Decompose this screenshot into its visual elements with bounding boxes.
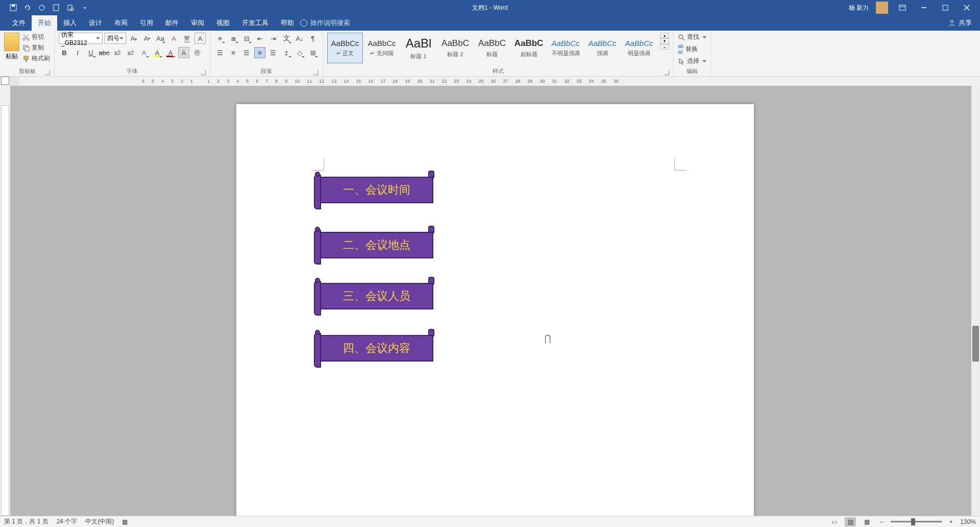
language-indicator[interactable]: 中文(中国) — [85, 517, 114, 526]
tab-file[interactable]: 文件 — [6, 15, 32, 31]
text-effects-button[interactable]: A — [138, 47, 150, 58]
tab-mailings[interactable]: 邮件 — [159, 15, 185, 31]
numbering-button[interactable]: ≣ — [228, 33, 239, 44]
align-left-button[interactable]: ☰ — [214, 47, 226, 58]
scroll-shape[interactable]: 三、会议人员 — [314, 277, 434, 316]
bold-button[interactable]: B — [59, 47, 70, 58]
enclose-characters-button[interactable]: ㊕ — [191, 47, 203, 58]
scroll-shape[interactable]: 二、会议地点 — [314, 226, 434, 265]
vertical-scrollbar[interactable] — [971, 86, 980, 516]
cut-button[interactable]: 剪切 — [22, 33, 50, 41]
styles-expand-icon[interactable]: ⌄ — [660, 44, 669, 50]
tab-view[interactable]: 视图 — [210, 15, 236, 31]
style-item[interactable]: AaBbCc强调 — [584, 33, 620, 63]
styles-scroll-up-icon[interactable]: ▴ — [660, 33, 669, 38]
format-painter-button[interactable]: 格式刷 — [22, 54, 50, 63]
redo-icon[interactable] — [38, 4, 46, 12]
paste-button[interactable]: 粘贴 — [6, 52, 18, 61]
character-shading-button[interactable]: A — [178, 47, 189, 58]
select-button[interactable]: 选择 — [678, 57, 706, 65]
undo-icon[interactable] — [23, 4, 32, 12]
qat-customize-icon[interactable]: ▾ — [81, 4, 89, 12]
zoom-out-button[interactable]: − — [877, 518, 886, 526]
style-item[interactable]: AaBl标题 1 — [401, 33, 436, 63]
clipboard-launcher-icon[interactable] — [45, 70, 50, 75]
underline-button[interactable]: U — [85, 47, 96, 58]
style-item[interactable]: AaBbCc↵ 无间隔 — [364, 33, 400, 63]
borders-button[interactable]: ⊞ — [307, 47, 318, 58]
superscript-button[interactable]: x2 — [125, 47, 136, 58]
find-button[interactable]: 查找 — [678, 33, 706, 41]
ruler-vertical[interactable] — [0, 86, 10, 516]
align-center-button[interactable]: ≡ — [228, 47, 239, 58]
character-border-button[interactable]: A — [194, 33, 206, 44]
show-marks-button[interactable]: ¶ — [307, 33, 318, 44]
zoom-slider[interactable] — [891, 521, 942, 522]
maximize-icon[interactable] — [938, 3, 952, 13]
scroll-shape[interactable]: 一、会议时间 — [314, 171, 434, 209]
tab-developer[interactable]: 开发工具 — [236, 15, 275, 31]
font-name-select[interactable]: 仿宋_GB2312 — [59, 33, 103, 44]
print-layout-icon[interactable]: ▤ — [845, 517, 856, 526]
tab-design[interactable]: 设计 — [83, 15, 108, 31]
scrollbar-thumb[interactable] — [972, 326, 979, 362]
copy-button[interactable]: 复制 — [22, 43, 50, 52]
sort-button[interactable]: A↓ — [294, 33, 305, 44]
tab-layout[interactable]: 布局 — [108, 15, 134, 31]
paragraph-launcher-icon[interactable] — [313, 70, 318, 75]
styles-scroll-down-icon[interactable]: ▾ — [660, 38, 669, 44]
tab-insert[interactable]: 插入 — [57, 15, 83, 31]
line-spacing-button[interactable]: ‡ — [281, 47, 292, 58]
page[interactable]: 一、会议时间 二、会议地点 三、会议人员 四、会议内容 — [236, 104, 754, 516]
macro-recording-icon[interactable]: ▦ — [122, 518, 128, 525]
align-justify-button[interactable]: ≡ — [254, 47, 265, 58]
font-color-button[interactable]: A — [165, 47, 176, 58]
style-item[interactable]: AaBbCc不明显强调 — [548, 33, 583, 63]
align-right-button[interactable]: ☰ — [241, 47, 252, 58]
italic-button[interactable]: I — [72, 47, 83, 58]
phonetic-guide-button[interactable]: 變 — [181, 33, 192, 44]
replace-button[interactable]: abac替换 — [678, 43, 706, 55]
scroll-shape[interactable]: 四、会议内容 — [314, 329, 434, 368]
document-scroll[interactable]: 一、会议时间 二、会议地点 三、会议人员 四、会议内容 — [10, 86, 980, 516]
page-indicator[interactable]: 第 1 页，共 1 页 — [4, 517, 48, 526]
shading-button[interactable]: ◇ — [294, 47, 305, 58]
zoom-slider-thumb[interactable] — [911, 518, 915, 525]
ribbon-display-icon[interactable] — [895, 3, 910, 13]
tab-selector[interactable] — [1, 77, 9, 85]
close-icon[interactable] — [960, 3, 974, 13]
style-item[interactable]: AaBbC副标题 — [511, 33, 547, 63]
style-item[interactable]: AaBbCc明显强调 — [621, 33, 657, 63]
bullets-button[interactable]: ≡ — [214, 33, 226, 44]
strikethrough-button[interactable]: abc — [99, 47, 110, 58]
paste-icon[interactable] — [4, 33, 19, 51]
asian-layout-button[interactable]: 文 — [281, 33, 292, 44]
tell-me-search[interactable]: 操作说明搜索 — [300, 18, 350, 28]
style-item[interactable]: AaBbCc↵ 正文 — [327, 33, 363, 63]
distributed-button[interactable]: ☰ — [267, 47, 279, 58]
read-mode-icon[interactable]: ▭ — [828, 517, 840, 526]
grow-font-button[interactable]: A▴ — [128, 33, 139, 44]
tab-review[interactable]: 审阅 — [185, 15, 210, 31]
decrease-indent-button[interactable]: ⇤ — [254, 33, 265, 44]
font-launcher-icon[interactable] — [201, 70, 206, 75]
minimize-icon[interactable] — [917, 3, 931, 13]
user-avatar[interactable] — [876, 2, 888, 14]
styles-launcher-icon[interactable] — [664, 70, 669, 75]
print-preview-icon[interactable] — [66, 4, 75, 12]
tab-references[interactable]: 引用 — [134, 15, 159, 31]
shrink-font-button[interactable]: A▾ — [141, 33, 153, 44]
save-icon[interactable] — [9, 4, 17, 12]
increase-indent-button[interactable]: ⇥ — [267, 33, 279, 44]
subscript-button[interactable]: x2 — [112, 47, 123, 58]
styles-gallery[interactable]: AaBbCc↵ 正文AaBbCc↵ 无间隔AaBl标题 1AaBbC标题 2Aa… — [327, 33, 657, 63]
clear-formatting-button[interactable]: A̶ — [168, 33, 179, 44]
tab-help[interactable]: 帮助 — [275, 15, 300, 31]
word-count[interactable]: 24 个字 — [57, 517, 78, 526]
zoom-level[interactable]: 130% — [960, 518, 976, 525]
new-doc-icon[interactable] — [52, 4, 60, 12]
zoom-in-button[interactable]: + — [947, 518, 955, 526]
change-case-button[interactable]: Aa — [155, 33, 166, 44]
style-item[interactable]: AaBbC标题 2 — [437, 33, 473, 63]
multilevel-list-button[interactable]: ⊟ — [241, 33, 252, 44]
